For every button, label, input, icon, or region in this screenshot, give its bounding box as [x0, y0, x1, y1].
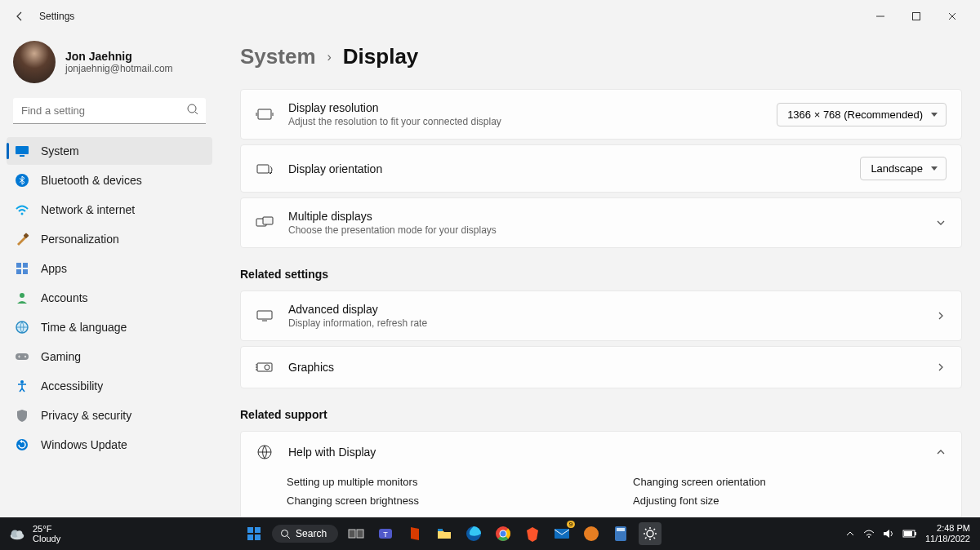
row-help-with-display: Help with Display Setting up multiple mo… [240, 431, 962, 517]
nav-label: Network & internet [41, 203, 135, 216]
nav-label: Time & language [41, 321, 127, 334]
avatar [13, 41, 56, 83]
nav-accessibility[interactable]: Accessibility [7, 372, 212, 400]
svg-rect-12 [23, 269, 28, 274]
section-related-support: Related support [240, 408, 962, 421]
row-title: Display resolution [288, 101, 762, 114]
nav-time-language[interactable]: Time & language [7, 313, 212, 341]
nav-bluetooth[interactable]: Bluetooth & devices [7, 166, 212, 194]
resolution-dropdown[interactable]: 1366 × 768 (Recommended) [777, 103, 947, 126]
mail-icon[interactable]: 9 [550, 522, 573, 545]
taskbar-right: 2:48 PM 11/18/2022 [835, 523, 980, 544]
nav-label: System [41, 144, 79, 157]
chrome-icon[interactable] [492, 522, 514, 545]
mail-badge: 9 [567, 521, 575, 528]
row-display-orientation[interactable]: Display orientation Landscape [240, 144, 962, 193]
sidebar: Jon Jaehnig jonjaehnig@hotmail.com Syste… [0, 33, 219, 517]
globe-clock-icon [15, 320, 29, 335]
svg-rect-51 [555, 529, 569, 539]
help-link[interactable]: Adjusting font size [633, 495, 947, 507]
task-view-icon[interactable] [345, 522, 368, 545]
help-link[interactable]: Setting up multiple monitors [287, 476, 600, 488]
weather-temp: 25°F [33, 524, 60, 534]
nav-network[interactable]: Network & internet [7, 196, 212, 224]
back-button[interactable] [10, 7, 29, 26]
orientation-icon [256, 160, 274, 178]
nav-privacy[interactable]: Privacy & security [7, 401, 212, 429]
row-multiple-displays[interactable]: Multiple displays Choose the presentatio… [240, 197, 962, 248]
svg-rect-35 [255, 527, 261, 533]
nav-personalization[interactable]: Personalization [7, 225, 212, 253]
close-button[interactable] [934, 4, 970, 29]
svg-point-50 [501, 531, 506, 537]
orientation-dropdown[interactable]: Landscape [860, 157, 947, 180]
start-button[interactable] [243, 522, 265, 545]
svg-rect-67 [904, 531, 912, 536]
edge-icon[interactable] [462, 522, 485, 545]
nav-label: Bluetooth & devices [41, 174, 142, 187]
explorer-icon[interactable] [433, 522, 456, 545]
apps-icon [15, 261, 29, 276]
multi-display-icon [256, 214, 274, 232]
chevron-up-icon [935, 446, 947, 458]
svg-rect-22 [263, 217, 273, 224]
breadcrumb-parent[interactable]: System [240, 44, 316, 69]
svg-point-38 [282, 530, 288, 536]
teams-icon[interactable]: T [374, 522, 397, 545]
nav-label: Windows Update [41, 438, 127, 451]
taskbar-clock[interactable]: 2:48 PM 11/18/2022 [925, 523, 970, 544]
office-icon[interactable] [403, 522, 426, 545]
svg-line-39 [287, 536, 290, 539]
svg-point-33 [16, 530, 22, 536]
svg-line-63 [654, 529, 656, 530]
settings-app-icon[interactable] [639, 522, 662, 545]
svg-rect-4 [16, 146, 29, 154]
app-icon-orange[interactable] [580, 522, 603, 545]
svg-rect-54 [617, 528, 625, 531]
clock-time: 2:48 PM [925, 523, 970, 534]
svg-line-62 [645, 538, 647, 539]
row-graphics[interactable]: Graphics [240, 346, 962, 388]
window-title: Settings [39, 11, 74, 22]
row-subtitle: Choose the presentation mode for your di… [288, 224, 920, 236]
tray-battery-icon[interactable] [902, 530, 917, 538]
tray-wifi-icon[interactable] [863, 529, 875, 539]
bluetooth-icon [15, 173, 29, 188]
taskbar-search[interactable]: Search [272, 525, 338, 543]
tray-chevron-icon[interactable] [845, 529, 855, 539]
nav-list: System Bluetooth & devices Network & int… [7, 137, 212, 459]
help-globe-icon [256, 443, 274, 461]
nav-label: Accessibility [41, 379, 103, 393]
help-link[interactable]: Changing screen brightness [287, 495, 600, 507]
minimize-button[interactable] [862, 4, 898, 29]
nav-label: Accounts [41, 291, 88, 304]
nav-system[interactable]: System [7, 137, 212, 165]
svg-rect-23 [257, 311, 272, 319]
row-display-resolution[interactable]: Display resolution Adjust the resolution… [240, 89, 962, 140]
nav-accounts[interactable]: Accounts [7, 284, 212, 312]
nav-apps[interactable]: Apps [7, 255, 212, 282]
nav-gaming[interactable]: Gaming [7, 343, 212, 370]
cloud-icon [8, 526, 26, 541]
nav-windows-update[interactable]: Windows Update [7, 431, 212, 459]
breadcrumb-current: Display [343, 44, 419, 69]
taskbar-weather[interactable]: 25°F Cloudy [0, 524, 69, 543]
row-advanced-display[interactable]: Advanced display Display information, re… [240, 291, 962, 341]
user-profile[interactable]: Jon Jaehnig jonjaehnig@hotmail.com [7, 33, 212, 98]
calculator-icon[interactable] [609, 522, 632, 545]
weather-cond: Cloudy [33, 534, 60, 543]
maximize-button[interactable] [898, 4, 934, 29]
brave-icon[interactable] [521, 522, 544, 545]
tray-volume-icon[interactable] [883, 529, 894, 539]
row-title: Display orientation [288, 162, 845, 175]
search-box[interactable] [13, 98, 206, 124]
help-header[interactable]: Help with Display [241, 432, 961, 472]
accessibility-icon [15, 379, 29, 393]
brush-icon [15, 232, 29, 246]
help-link[interactable]: Changing screen orientation [633, 476, 947, 488]
svg-point-64 [868, 536, 870, 538]
nav-label: Apps [41, 262, 67, 275]
search-input[interactable] [13, 98, 206, 124]
title-bar: Settings [0, 0, 980, 33]
svg-rect-41 [357, 530, 363, 538]
